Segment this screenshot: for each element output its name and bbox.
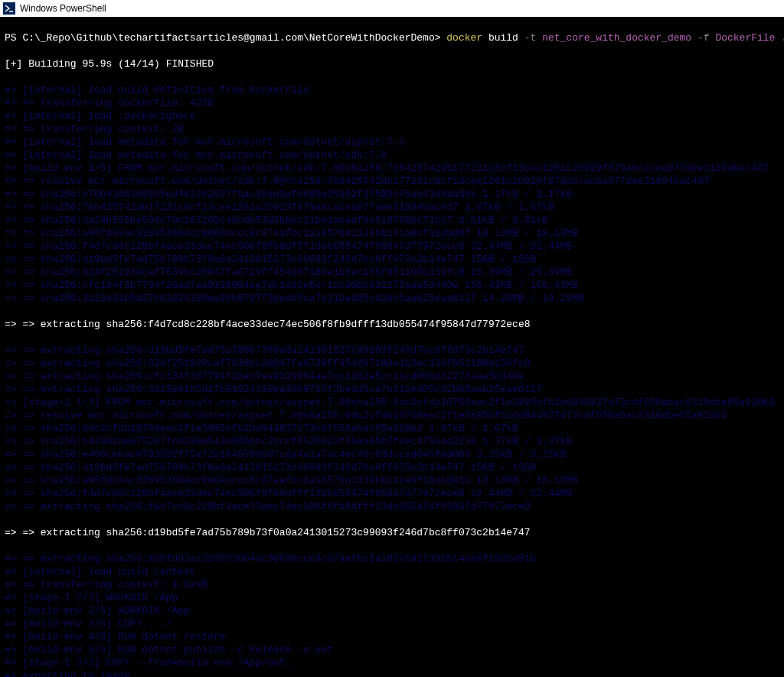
build-log-line: => [internal] load metadata for mcr.micr… (5, 149, 779, 162)
command-docker: docker (446, 32, 482, 44)
window-title-bar[interactable]: Windows PowerShell (0, 0, 784, 17)
flag-t: -t (524, 32, 537, 44)
terminal-output[interactable]: PS C:\_Repo\Github\techartifactsarticles… (0, 17, 784, 677)
build-log-line: => => sha256:da24b595be506c70c167205c40c… (5, 214, 779, 227)
build-log-line: => => resolve mcr.microsoft.com/dotnet/s… (5, 175, 779, 188)
build-log-line: => [build-env 2/5] WORKDIR /App (5, 604, 779, 617)
build-log-line: => [stage-1 2/3] WORKDIR /App (5, 591, 779, 604)
build-status-header: [+] Building 95.9s (14/14) FINISHED (5, 57, 779, 70)
build-log-line: => => transferring dockerfile: 423B (5, 96, 779, 110)
build-log-line: => => sha256:e496cebac0793532f75e72b1640… (5, 448, 779, 461)
build-log-line: => => sha256:d19bd5fe7ad75b789b73f0a0a24… (5, 253, 779, 266)
build-log-line: => => extracting sha256:d19bd5fe7ad75b78… (5, 344, 779, 357)
extract-line: => => extracting sha256:f4d7cd8c228bf4ac… (5, 318, 779, 331)
build-log-line: => => sha256:3d23e91b5d27b81024389ea90b9… (5, 292, 779, 305)
powershell-icon (3, 2, 15, 15)
build-log-line: => [build-env 5/5] RUN dotnet publish -c… (5, 643, 779, 656)
build-log-line: => => sha256:a90fd03ac328953604dc9069bcc… (5, 227, 779, 240)
build-log-line: => => extracting sha256:024f251930caf763… (5, 357, 779, 370)
build-log-line: => => sha256:a90fd03ac328953604dc9069bcc… (5, 474, 779, 487)
arg-dockerfile: DockerFile . (710, 32, 784, 44)
build-log-line: => => transferring context: 2B (5, 123, 779, 136)
build-log-line: => [stage-1 3/3] COPY --from=build-env /… (5, 656, 779, 669)
build-log-line: => exporting to image (5, 669, 779, 677)
build-log-line: => => sha256:0dc2cfdb10768eac2f1e3895bfb… (5, 422, 779, 435)
prompt-path: PS C:\_Repo\Github\techartifactsarticles… (5, 32, 446, 44)
build-log-line: => => sha256:670b43d63d98d5ed483c02697fb… (5, 188, 779, 201)
flag-f: -f (697, 32, 710, 44)
build-log-line: => [build-env 4/5] RUN dotnet restore (5, 630, 779, 643)
build-log-line: => => extracting sha256:cfc134f3b7794f20… (5, 370, 779, 383)
window-title: Windows PowerShell (20, 3, 106, 14)
build-log-line: => [internal] load metadata for mcr.micr… (5, 136, 779, 149)
build-log-line: => => transferring context: 4.82kB (5, 578, 779, 591)
build-log-line: => [internal] load build definition from… (5, 83, 779, 96)
extract-line: => => extracting sha256:d19bd5fe7ad75b78… (5, 526, 779, 539)
build-log-line: => [internal] load .dockerignore (5, 110, 779, 123)
build-log-line: => [build-env 3/5] COPY . ./ (5, 617, 779, 630)
build-log-line: => => sha256:f4d7cd8c228bf4ace33dec74ec5… (5, 240, 779, 253)
build-log-line: => [internal] load build context (5, 565, 779, 578)
build-log-line: => => extracting sha256:f4d7cd8c228bf4ac… (5, 500, 779, 513)
build-log-line: => => sha256:024f251930caf7639bc28047fa6… (5, 266, 779, 279)
build-log-line: => [build-env 1/5] FROM mcr.microsoft.co… (5, 162, 779, 175)
build-log-line: => => resolve mcr.microsoft.com/dotnet/a… (5, 409, 779, 422)
build-log-line: => => sha256:d19bd5fe7ad75b789b73f0a0a24… (5, 461, 779, 474)
build-log-line: => => sha256:70b425742db17231c8cf13cee12… (5, 201, 779, 214)
build-log-line: => => sha256:cfc134f3b7794f20ad7ea932900… (5, 279, 779, 292)
arg-image-name: net_core_with_docker_demo (536, 32, 697, 44)
build-log-line: => [stage-1 1/3] FROM mcr.microsoft.com/… (5, 396, 779, 409)
build-log-line: => => sha256:b43402be075207fcd200e543d90… (5, 435, 779, 448)
command-build: build (482, 32, 524, 44)
command-prompt-line: PS C:\_Repo\Github\techartifactsarticles… (5, 31, 779, 44)
build-log-line: => => extracting sha256:3d23e91b5d27b810… (5, 383, 779, 396)
build-log-line: => => extracting sha256:a90fd03ac3289536… (5, 552, 779, 565)
build-log-line: => => sha256:f4d7cd8c228bf4ace33dec74ec5… (5, 487, 779, 500)
